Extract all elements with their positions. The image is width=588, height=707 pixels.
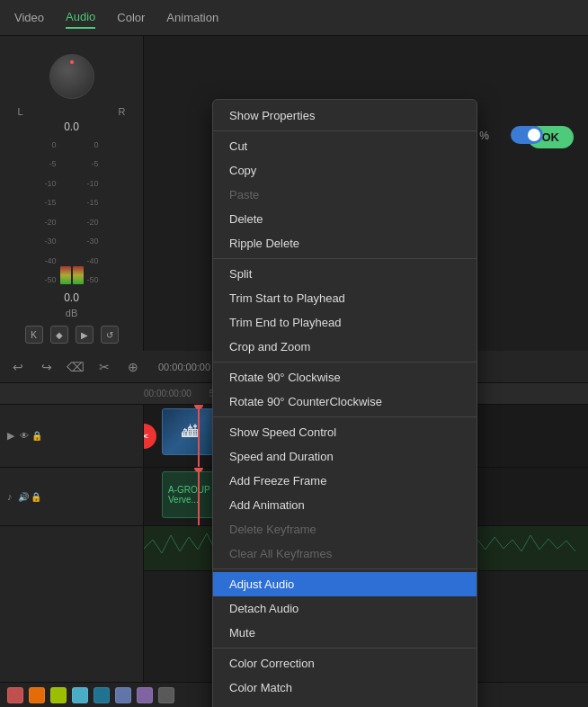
menu-trim-end[interactable]: Trim End to Playhead bbox=[213, 310, 477, 335]
meter-bar bbox=[60, 266, 71, 284]
menu-mute[interactable]: Mute bbox=[213, 621, 477, 645]
video-track-controls: 👁 🔒 bbox=[20, 431, 42, 441]
color-swatch-blue[interactable] bbox=[115, 687, 131, 703]
separator-2 bbox=[213, 258, 477, 259]
menu-rotate-cw[interactable]: Rotate 90° Clockwise bbox=[213, 365, 477, 389]
left-label: L bbox=[18, 106, 23, 117]
toggle-button[interactable] bbox=[511, 126, 543, 144]
audio-track-label: 🔊 🔒 bbox=[18, 492, 42, 502]
menu-ripple-delete[interactable]: Ripple Delete bbox=[213, 231, 477, 255]
playhead-audio bbox=[198, 468, 200, 525]
menu-show-properties[interactable]: Show Properties bbox=[213, 103, 477, 128]
menu-delete-keyframe[interactable]: Delete Keyframe bbox=[213, 517, 477, 541]
nav-video[interactable]: Video bbox=[14, 7, 44, 28]
toggle-thumb bbox=[528, 129, 540, 141]
playhead bbox=[198, 405, 200, 467]
separator-6 bbox=[213, 648, 477, 649]
meter-bars-left bbox=[60, 266, 84, 284]
menu-split[interactable]: Split bbox=[213, 262, 477, 286]
context-menu: Show Properties Cut Copy Paste Delete Ri… bbox=[212, 99, 477, 707]
video-track-header: ▶ 👁 🔒 bbox=[0, 405, 144, 467]
video-track-icon: ▶ bbox=[7, 430, 14, 442]
timecode-zero: 00:00:00:00 bbox=[144, 389, 192, 398]
menu-trim-start[interactable]: Trim Start to Playhead bbox=[213, 286, 477, 310]
scissors-overlay: ✂ bbox=[144, 424, 156, 449]
nav-animation[interactable]: Animation bbox=[166, 7, 218, 28]
meter-scale-right: 0 -5 -10 -15 -20 -30 -40 -50 bbox=[87, 140, 99, 284]
separator-5 bbox=[213, 568, 477, 569]
knob-indicator bbox=[70, 60, 74, 64]
menu-clear-keyframes[interactable]: Clear All Keyframes bbox=[213, 541, 477, 566]
percent-label: % bbox=[479, 130, 489, 142]
control-row: K ◆ ▶ ↺ bbox=[25, 326, 119, 344]
color-swatch-teal[interactable] bbox=[72, 687, 88, 703]
ctrl-diamond[interactable]: ◆ bbox=[50, 326, 68, 344]
right-label: R bbox=[119, 106, 126, 117]
separator-4 bbox=[213, 416, 477, 417]
undo-button[interactable]: ↩ bbox=[7, 356, 29, 378]
color-swatch-purple[interactable] bbox=[137, 687, 153, 703]
color-swatch-orange[interactable] bbox=[29, 687, 45, 703]
delete-button[interactable]: ⌫ bbox=[65, 356, 86, 378]
menu-adjust-audio[interactable]: Adjust Audio bbox=[213, 572, 477, 596]
menu-delete[interactable]: Delete bbox=[213, 207, 477, 231]
menu-speed-duration[interactable]: Speed and Duration bbox=[213, 444, 477, 469]
volume-value: 0.0 bbox=[64, 121, 79, 133]
ctrl-arrow[interactable]: ▶ bbox=[76, 326, 94, 344]
nav-color[interactable]: Color bbox=[117, 7, 145, 28]
meter-bar bbox=[73, 266, 84, 284]
meter-area: 0 -5 -10 -15 -20 -30 -40 -50 0 -5 -10 -1… bbox=[44, 140, 98, 284]
ctrl-k[interactable]: K bbox=[25, 326, 43, 344]
audio-track-header: ♪ 🔊 🔒 bbox=[0, 468, 144, 525]
timecode-display: 00:00:00:00 bbox=[158, 362, 210, 372]
color-swatch-gray[interactable] bbox=[158, 687, 174, 703]
volume-knob[interactable] bbox=[49, 54, 94, 99]
ctrl-refresh[interactable]: ↺ bbox=[101, 326, 119, 344]
menu-add-animation[interactable]: Add Animation bbox=[213, 493, 477, 517]
main-area: L R 0.0 0 -5 -10 -15 -20 -30 -40 -50 0 -… bbox=[0, 36, 588, 707]
menu-speed-control[interactable]: Show Speed Control bbox=[213, 420, 477, 444]
clip-thumbnail: 🏙 bbox=[163, 409, 217, 454]
menu-color-correction[interactable]: Color Correction bbox=[213, 651, 477, 676]
scissors-button[interactable]: ✂ bbox=[94, 356, 115, 378]
menu-cut[interactable]: Cut bbox=[213, 134, 477, 158]
menu-detach-audio[interactable]: Detach Audio bbox=[213, 596, 477, 621]
menu-paste[interactable]: Paste bbox=[213, 183, 477, 207]
audio-note-icon: ♪ bbox=[7, 491, 13, 502]
color-swatch-green[interactable] bbox=[50, 687, 67, 703]
menu-rotate-ccw[interactable]: Rotate 90° CounterClockwise bbox=[213, 389, 477, 414]
menu-color-match[interactable]: Color Match bbox=[213, 676, 477, 700]
menu-green-screen[interactable]: Green Screen bbox=[213, 700, 477, 707]
redo-button[interactable]: ↪ bbox=[36, 356, 58, 378]
separator-3 bbox=[213, 362, 477, 362]
color-swatch-dark-teal[interactable] bbox=[94, 687, 110, 703]
color-swatch-red[interactable] bbox=[7, 687, 23, 703]
meter-scale: 0 -5 -10 -15 -20 -30 -40 -50 bbox=[44, 140, 56, 284]
volume-readout: 0.0 bbox=[64, 291, 79, 304]
lr-labels: L R bbox=[18, 106, 126, 117]
menu-copy[interactable]: Copy bbox=[213, 158, 477, 183]
menu-freeze-frame[interactable]: Add Freeze Frame bbox=[213, 469, 477, 493]
add-button[interactable]: ⊕ bbox=[122, 356, 144, 378]
nav-audio[interactable]: Audio bbox=[66, 6, 95, 29]
top-navigation: Video Audio Color Animation bbox=[0, 0, 588, 36]
db-label: dB bbox=[66, 308, 77, 318]
menu-crop-zoom[interactable]: Crop and Zoom bbox=[213, 335, 477, 359]
volume-knob-container bbox=[49, 54, 94, 99]
separator-1 bbox=[213, 130, 477, 131]
